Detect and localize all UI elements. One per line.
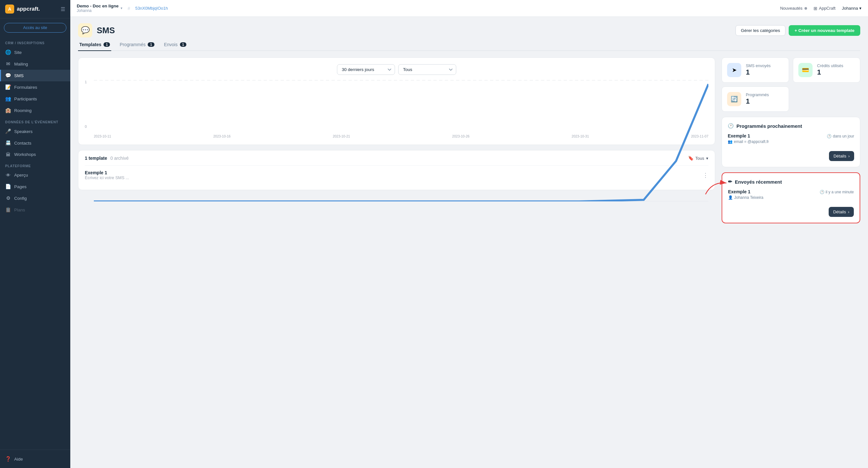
topbar-right: Nouveautés ⊞ AppCraft Johanna ▾ <box>780 6 862 11</box>
sidebar-item-label: Aide <box>14 457 23 462</box>
filter-selector[interactable]: Tous <box>398 64 456 75</box>
nouveautes-dot <box>804 7 807 10</box>
aide-icon: ❓ <box>5 456 11 462</box>
appcraft-grid-icon: ⊞ <box>813 6 817 11</box>
sidebar-item-workshops[interactable]: 🏛 Workshops <box>0 149 70 160</box>
appcraft-menu[interactable]: ⊞ AppCraft <box>813 6 835 11</box>
project-dropdown-icon[interactable]: ▾ <box>121 6 123 10</box>
config-icon: ⚙ <box>5 195 11 201</box>
period-selector[interactable]: 30 derniers jours <box>337 64 395 75</box>
sidebar-item-participants[interactable]: 👥 Participants <box>0 93 70 105</box>
create-template-button[interactable]: + Créer un nouveau template <box>789 25 860 36</box>
stat-sms-value: 1 <box>746 68 771 77</box>
chart-area: 1 0 2023-10-11 2023-10-16 <box>85 80 708 138</box>
arrow-right-icon: › <box>848 154 849 158</box>
tab-templates[interactable]: Templates 1 <box>78 39 111 51</box>
sidebar-logo-area: A appcraft. ☰ <box>0 0 70 19</box>
sent-panel-header: ✏ Envoyés récemment <box>728 179 854 185</box>
plateforme-section-label: PLATEFORME <box>0 160 70 170</box>
sent-item-info: Exemple 1 👤 Johanna Teixeira <box>728 189 764 200</box>
user-menu[interactable]: Johanna ▾ <box>842 6 862 11</box>
programmed-panel-title: Programmés prochainement <box>737 123 802 129</box>
topbar: Demo - Doc en ligne Johanna ▾ # 53nX0Mbj… <box>70 0 868 17</box>
sidebar-item-label: Mailing <box>14 62 28 66</box>
sidebar-item-label: Speakers <box>14 129 33 134</box>
user-name: Johanna <box>842 6 858 11</box>
stat-sms-info: SMS envoyés 1 <box>746 64 771 77</box>
programmed-item-name: Exemple 1 <box>728 133 769 139</box>
sidebar-item-speakers[interactable]: 🎤 Speakers <box>0 125 70 137</box>
clock-small-icon: 🕐 <box>827 134 832 139</box>
form-icon: 📝 <box>5 84 11 90</box>
nouveautes-label: Nouveautés <box>780 6 802 11</box>
content-area: 💬 SMS Gérer les catégories + Créer un no… <box>70 17 868 468</box>
stat-credits-value: 1 <box>817 68 843 77</box>
sent-details-button[interactable]: Détails › <box>829 207 854 217</box>
sidebar-item-label: Config <box>14 196 27 201</box>
sidebar-item-label: Participants <box>14 96 37 101</box>
sidebar-item-label: SMS <box>14 73 24 78</box>
pen-icon: ✏ <box>728 179 732 185</box>
appcraft-label: AppCraft <box>819 6 835 11</box>
sent-item-time: 🕐 il y a une minute <box>819 189 854 194</box>
clock-icon: 🕐 <box>728 123 734 129</box>
acces-au-site-button[interactable]: Accès au site <box>4 23 66 33</box>
acces-au-site-container: Accès au site <box>4 23 66 33</box>
topbar-project[interactable]: Demo - Doc en ligne Johanna ▾ <box>77 4 123 13</box>
tab-programmes-badge: 1 <box>148 42 154 47</box>
tab-programmes[interactable]: Programmés 1 <box>118 39 155 51</box>
programmed-details-label: Détails <box>834 154 846 158</box>
globe-icon: 🌐 <box>5 49 11 55</box>
chart-y-labels: 1 0 <box>85 80 91 128</box>
manage-categories-button[interactable]: Gérer les catégories <box>736 25 786 36</box>
sidebar-item-contacts[interactable]: 📇 Contacts <box>0 137 70 149</box>
sidebar-item-sms[interactable]: 💬 SMS <box>0 70 70 81</box>
sidebar-item-config[interactable]: ⚙ Config <box>0 193 70 204</box>
sidebar-bottom: ❓ Aide <box>0 449 70 468</box>
sidebar-item-aide[interactable]: ❓ Aide <box>0 453 70 465</box>
programmed-item-meta: 👥 email = @appcraft.fr <box>728 140 769 144</box>
donnees-section-label: DONNÉES DE L'ÉVÉNEMENT <box>0 116 70 125</box>
plans-icon: 📋 <box>5 207 11 213</box>
stat-programmes: 🔄 Programmés 1 <box>722 87 789 112</box>
topbar-divider: # <box>128 6 130 11</box>
sidebar-item-pages[interactable]: 📄 Pages <box>0 181 70 193</box>
x-label-3: 2023-10-26 <box>452 134 469 138</box>
page-title: SMS <box>97 26 115 35</box>
nouveautes-button[interactable]: Nouveautés <box>780 6 807 11</box>
tab-envois[interactable]: Envois 1 <box>163 39 188 51</box>
y-max: 1 <box>85 80 91 84</box>
sidebar-item-label: Formulaires <box>14 85 37 90</box>
programmed-panel-header: 🕐 Programmés prochainement <box>728 123 854 129</box>
stat-programmes-info: Programmés 1 <box>746 93 769 106</box>
project-id: 53nX0MbjqIOo1h <box>135 6 168 11</box>
programmed-panel: 🕐 Programmés prochainement Exemple 1 👥 e… <box>722 117 860 167</box>
x-label-0: 2023-10-11 <box>94 134 111 138</box>
page-header-actions: Gérer les catégories + Créer un nouveau … <box>736 25 860 36</box>
programmes-icon: 🔄 <box>727 92 741 106</box>
sidebar-item-mailing[interactable]: ✉ Mailing <box>0 58 70 70</box>
app-logo[interactable]: A appcraft. <box>5 4 40 13</box>
sidebar: A appcraft. ☰ Accès au site CRM / INSCRI… <box>0 0 70 468</box>
x-label-5: 2023-11-07 <box>691 134 708 138</box>
sidebar-item-formulaires[interactable]: 📝 Formulaires <box>0 81 70 93</box>
page-icon: 💬 <box>78 23 92 37</box>
sidebar-item-rooming[interactable]: 🏨 Rooming <box>0 105 70 116</box>
sidebar-item-label: Aperçu <box>14 173 28 177</box>
right-panel: ➤ SMS envoyés 1 💳 Crédits utilisés 1 <box>722 57 860 223</box>
left-column: 30 derniers jours Tous 1 0 <box>78 57 715 223</box>
content-grid: 30 derniers jours Tous 1 0 <box>78 57 860 223</box>
programmed-details-button[interactable]: Détails › <box>829 151 854 161</box>
sidebar-menu-icon[interactable]: ☰ <box>61 6 65 12</box>
stat-credits: 💳 Crédits utilisés 1 <box>793 57 860 83</box>
sidebar-item-apercu[interactable]: 👁 Aperçu <box>0 170 70 181</box>
sent-panel: ✏ Envoyés récemment Exemple 1 👤 Johanna … <box>722 172 860 223</box>
tab-envois-badge: 1 <box>180 42 186 47</box>
tab-templates-badge: 1 <box>103 42 110 47</box>
stats-row: ➤ SMS envoyés 1 💳 Crédits utilisés 1 <box>722 57 860 112</box>
sidebar-item-site[interactable]: 🌐 Site <box>0 47 70 58</box>
sidebar-item-label: Workshops <box>14 152 36 157</box>
arrow-right-icon2: › <box>848 209 849 214</box>
stat-programmes-value: 1 <box>746 97 769 106</box>
pages-icon: 📄 <box>5 184 11 189</box>
